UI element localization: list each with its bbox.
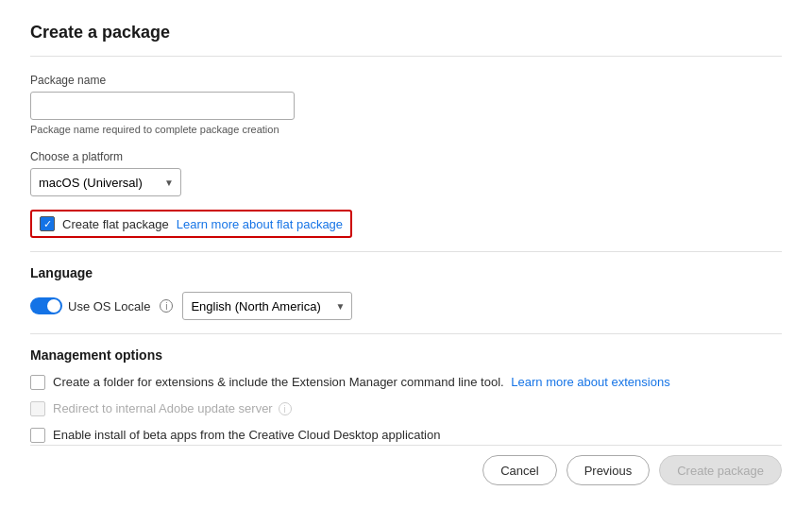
package-name-label: Package name bbox=[30, 74, 782, 87]
adobe-update-option-row: Redirect to internal Adobe update server… bbox=[30, 400, 782, 417]
title-divider bbox=[30, 56, 782, 57]
extensions-link[interactable]: Learn more about extensions bbox=[511, 375, 669, 389]
package-name-section: Package name Package name required to co… bbox=[30, 74, 782, 135]
extensions-option-text: Create a folder for extensions & include… bbox=[53, 374, 670, 391]
extensions-label: Create a folder for extensions & include… bbox=[53, 375, 504, 389]
beta-apps-checkbox[interactable] bbox=[30, 428, 45, 443]
previous-button[interactable]: Previous bbox=[567, 455, 651, 485]
extensions-checkbox[interactable] bbox=[30, 375, 45, 390]
toggle-wrapper: Use OS Locale bbox=[30, 297, 150, 314]
platform-section: Choose a platform macOS (Universal) Wind… bbox=[30, 150, 782, 196]
cancel-button[interactable]: Cancel bbox=[482, 455, 556, 485]
toggle-label: Use OS Locale bbox=[68, 299, 150, 313]
management-divider bbox=[30, 333, 782, 334]
page-container: Create a package Package name Package na… bbox=[0, 0, 812, 508]
toggle-thumb bbox=[47, 299, 60, 313]
beta-apps-option-row: Enable install of beta apps from the Cre… bbox=[30, 427, 782, 445]
platform-label: Choose a platform bbox=[30, 150, 782, 163]
flat-package-row: ✓ Create flat package Learn more about f… bbox=[30, 210, 352, 238]
content-area: Create a package Package name Package na… bbox=[30, 23, 782, 445]
package-name-helper: Package name required to complete packag… bbox=[30, 124, 782, 135]
flat-package-checkbox[interactable]: ✓ bbox=[40, 216, 55, 231]
management-heading: Management options bbox=[30, 347, 782, 363]
create-package-button: Create package bbox=[659, 455, 782, 485]
flat-package-label: Create flat package bbox=[62, 217, 169, 231]
adobe-update-option-text: Redirect to internal Adobe update server… bbox=[53, 400, 292, 417]
platform-select[interactable]: macOS (Universal) Windows macOS bbox=[30, 168, 181, 196]
management-options-section: Management options Create a folder for e… bbox=[30, 347, 782, 445]
adobe-update-label: Redirect to internal Adobe update server bbox=[53, 400, 273, 417]
flat-package-link[interactable]: Learn more about flat package bbox=[177, 217, 343, 231]
language-row: Use OS Locale i English (North America) … bbox=[30, 292, 782, 320]
use-os-locale-toggle[interactable] bbox=[30, 297, 62, 314]
beta-apps-label: Enable install of beta apps from the Cre… bbox=[53, 427, 440, 444]
package-name-input[interactable] bbox=[30, 92, 295, 120]
adobe-update-info-icon: i bbox=[279, 402, 292, 415]
language-select-wrapper: English (North America) French German Ja… bbox=[182, 292, 352, 320]
adobe-update-checkbox bbox=[30, 401, 45, 416]
footer: Cancel Previous Create package bbox=[30, 445, 782, 485]
extensions-option-row: Create a folder for extensions & include… bbox=[30, 374, 782, 391]
platform-select-wrapper: macOS (Universal) Windows macOS ▼ bbox=[30, 168, 181, 196]
language-section: Language Use OS Locale i English (North … bbox=[30, 265, 782, 320]
language-divider bbox=[30, 251, 782, 252]
page-title: Create a package bbox=[30, 23, 782, 42]
language-select[interactable]: English (North America) French German Ja… bbox=[182, 292, 352, 320]
toggle-info-icon[interactable]: i bbox=[160, 299, 173, 313]
language-heading: Language bbox=[30, 265, 782, 280]
beta-apps-option-text: Enable install of beta apps from the Cre… bbox=[53, 427, 440, 445]
checkmark-icon: ✓ bbox=[43, 219, 52, 229]
